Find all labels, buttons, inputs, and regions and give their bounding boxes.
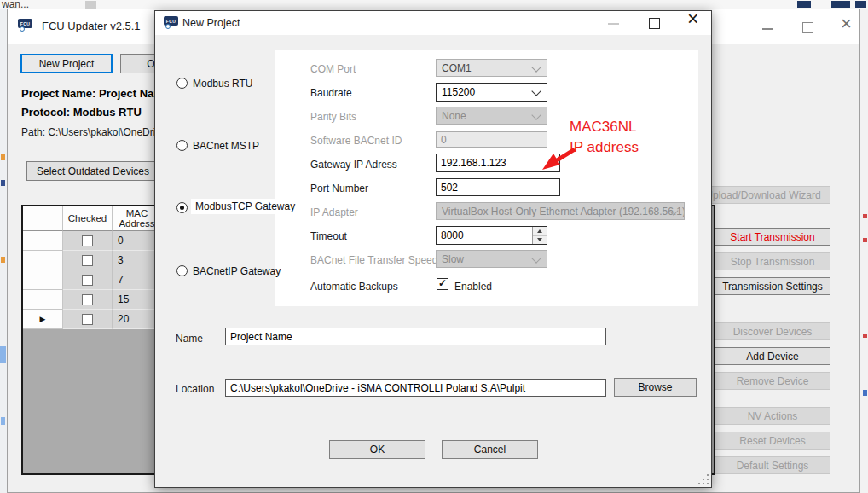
parity-bits-value: None bbox=[442, 110, 466, 122]
dialog-titlebar[interactable]: FCU New Project × bbox=[155, 11, 711, 35]
maximize-button[interactable] bbox=[802, 22, 813, 33]
checked-cell[interactable] bbox=[63, 251, 113, 270]
transmission-settings-button[interactable]: Transmission Settings bbox=[715, 277, 830, 295]
ip-adapter-combo[interactable]: VirtualBox Host-Only Ethernet Adapter (1… bbox=[436, 202, 685, 220]
com-port-value: COM1 bbox=[442, 62, 472, 74]
radio-bacnet-mstp[interactable] bbox=[176, 140, 188, 151]
gateway-ip-label: Gateway IP Adress bbox=[310, 159, 397, 171]
location-label: Location bbox=[176, 383, 214, 395]
default-settings-button[interactable]: Default Settings bbox=[715, 456, 830, 474]
name-value: Project Name bbox=[230, 331, 292, 343]
radio-bacnetip-gateway[interactable] bbox=[176, 265, 188, 276]
port-number-value: 502 bbox=[441, 182, 458, 194]
checked-cell[interactable] bbox=[63, 310, 113, 329]
ok-button[interactable]: OK bbox=[329, 440, 425, 459]
timeout-spinner[interactable]: 8000 bbox=[436, 226, 547, 245]
gateway-ip-value: 192.168.1.123 bbox=[441, 157, 506, 169]
left-strip-mark bbox=[0, 346, 6, 363]
left-strip-mark bbox=[1, 417, 5, 425]
stop-transmission-button[interactable]: Stop Transmission bbox=[715, 252, 830, 270]
nv-actions-button[interactable]: NV Actions bbox=[715, 407, 830, 425]
row-header-cell[interactable] bbox=[23, 231, 63, 251]
radio-modbustcp-gateway-label[interactable]: ModbusTCP Gateway bbox=[191, 199, 299, 214]
row-checkbox[interactable] bbox=[82, 275, 93, 286]
cancel-button[interactable]: Cancel bbox=[442, 440, 538, 459]
radio-bacnetip-gateway-label[interactable]: BACnetIP Gateway bbox=[193, 265, 281, 277]
checked-cell[interactable] bbox=[63, 290, 113, 310]
name-field[interactable]: Project Name bbox=[225, 328, 606, 345]
row-checkbox[interactable] bbox=[82, 294, 93, 305]
dialog-maximize-button[interactable] bbox=[649, 18, 660, 29]
right-strip-mark bbox=[863, 214, 867, 218]
annotation-arrow-icon bbox=[537, 144, 578, 171]
bacnet-speed-combo[interactable]: Slow bbox=[436, 250, 547, 268]
close-button[interactable]: × bbox=[841, 13, 852, 35]
radio-bacnet-mstp-label[interactable]: BACnet MSTP bbox=[193, 140, 259, 152]
upload-download-wizard-button[interactable]: Upload/Download Wizard bbox=[696, 186, 830, 204]
radio-modbus-rtu-label[interactable]: Modbus RTU bbox=[193, 78, 252, 90]
dialog-close-button[interactable]: × bbox=[687, 8, 698, 31]
resize-grip[interactable] bbox=[698, 474, 710, 486]
column-header-rowselector[interactable] bbox=[23, 206, 63, 231]
minimize-button[interactable] bbox=[762, 28, 773, 30]
baudrate-combo[interactable]: 115200 bbox=[436, 83, 547, 102]
background-scrollbar-thumb bbox=[85, 1, 96, 9]
com-port-combo[interactable]: COM1 bbox=[436, 59, 547, 77]
remove-device-button[interactable]: Remove Device bbox=[715, 372, 830, 390]
ip-adapter-label: IP Adapter bbox=[310, 206, 358, 218]
start-transmission-button[interactable]: Start Transmission bbox=[715, 228, 830, 246]
software-bacnet-id-value: 0 bbox=[441, 134, 447, 146]
port-number-field[interactable]: 502 bbox=[436, 178, 560, 196]
row-checkbox[interactable] bbox=[82, 235, 93, 246]
radio-modbus-rtu[interactable] bbox=[176, 78, 188, 89]
dialog-minimize-button[interactable] bbox=[608, 23, 619, 25]
spin-down-button[interactable] bbox=[533, 236, 547, 245]
protocol-line: Protocol: Modbus RTU bbox=[21, 106, 142, 119]
discover-devices-button[interactable]: Discover Devices bbox=[715, 322, 830, 340]
background-window-fragment bbox=[831, 1, 850, 8]
location-value: C:\Users\pkakol\OneDrive - iSMA CONTROLL… bbox=[230, 382, 525, 394]
bacnet-speed-label: BACnet File Transfer Speed bbox=[310, 254, 437, 266]
browse-button[interactable]: Browse bbox=[614, 378, 697, 397]
add-device-button[interactable]: Add Device bbox=[715, 347, 830, 365]
path-line: Path: C:\Users\pkakol\OneDrive bbox=[21, 126, 166, 138]
row-header-cell[interactable] bbox=[23, 251, 63, 270]
new-project-button[interactable]: New Project bbox=[20, 54, 113, 73]
select-outdated-devices-label: Select Outdated Devices bbox=[37, 165, 149, 177]
spin-up-button[interactable] bbox=[533, 227, 547, 236]
fcu-logo-icon: FCU bbox=[164, 16, 178, 30]
location-field[interactable]: C:\Users\pkakol\OneDrive - iSMA CONTROLL… bbox=[225, 379, 606, 397]
select-outdated-devices-button[interactable]: Select Outdated Devices bbox=[26, 161, 159, 181]
ip-adapter-value: VirtualBox Host-Only Ethernet Adapter (1… bbox=[442, 206, 685, 218]
background-window-fragment bbox=[855, 1, 866, 8]
row-checkbox[interactable] bbox=[82, 255, 93, 266]
left-strip-mark bbox=[1, 180, 5, 186]
radio-modbustcp-gateway[interactable] bbox=[176, 202, 188, 213]
main-window-title: FCU Updater v2.5.1 bbox=[42, 20, 141, 32]
chevron-down-icon bbox=[531, 86, 541, 96]
row-header-cell[interactable] bbox=[23, 270, 63, 290]
column-header-checked[interactable]: Checked bbox=[63, 206, 113, 231]
parity-bits-label: Parity Bits bbox=[310, 111, 356, 123]
chevron-down-icon bbox=[531, 110, 541, 119]
automatic-backups-checkbox[interactable]: ✓ bbox=[437, 278, 448, 290]
right-strip-mark bbox=[863, 334, 867, 338]
reset-devices-button[interactable]: Reset Devices bbox=[715, 432, 830, 450]
fcu-logo-icon: FCU bbox=[18, 19, 32, 32]
current-row-icon: ▶ bbox=[40, 315, 46, 323]
annotation-line1: MAC36NL bbox=[570, 119, 636, 136]
left-strip-mark bbox=[1, 257, 5, 263]
timeout-label: Timeout bbox=[310, 230, 347, 242]
row-header-cell[interactable]: ▶ bbox=[23, 310, 63, 329]
parity-bits-combo[interactable]: None bbox=[436, 107, 547, 125]
software-bacnet-id-field[interactable]: 0 bbox=[436, 131, 547, 148]
baudrate-label: Baudrate bbox=[310, 87, 352, 99]
row-checkbox[interactable] bbox=[82, 314, 93, 325]
checked-cell[interactable] bbox=[63, 270, 113, 290]
checked-cell[interactable] bbox=[63, 231, 113, 251]
chevron-down-icon bbox=[531, 62, 541, 72]
name-label: Name bbox=[176, 333, 203, 345]
row-header-cell[interactable] bbox=[23, 290, 63, 310]
dialog-title: New Project bbox=[182, 17, 240, 29]
port-number-label: Port Number bbox=[310, 183, 368, 194]
